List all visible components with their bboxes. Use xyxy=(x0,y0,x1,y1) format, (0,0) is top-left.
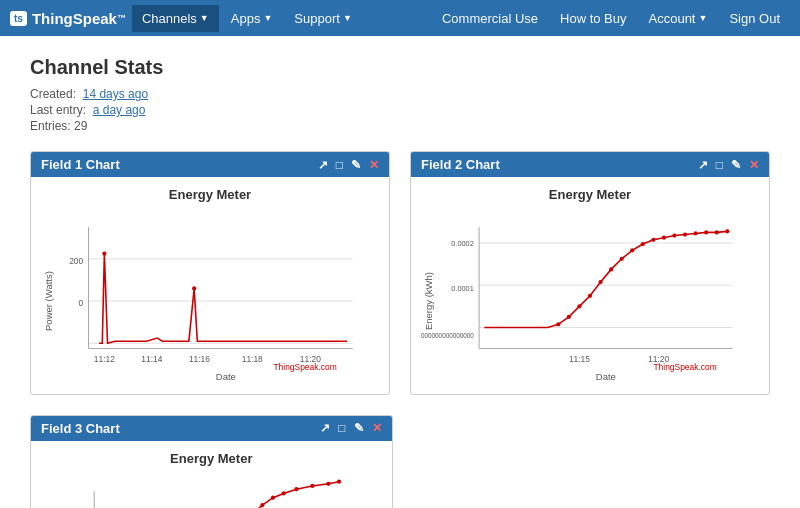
svg-point-85 xyxy=(337,479,341,483)
page-title: Channel Stats xyxy=(30,56,770,79)
brand-tm: ™ xyxy=(117,13,126,23)
field1-header: Field 1 Chart ↗ □ ✎ ✕ xyxy=(31,152,389,177)
brand-icon: ts xyxy=(10,11,27,26)
created-label: Created: xyxy=(30,87,76,101)
svg-point-80 xyxy=(271,495,275,499)
field1-svg: Power (Watts) Date ThingSpeak.com 200 0 … xyxy=(41,206,379,386)
svg-text:0: 0 xyxy=(79,298,84,308)
svg-point-33 xyxy=(588,294,592,298)
last-entry-label: Last entry: xyxy=(30,103,86,117)
charts-bottom-row: Field 3 Chart ↗ □ ✎ ✕ Energy Meter Bill … xyxy=(30,415,393,508)
main-content: Channel Stats Created: 14 days ago Last … xyxy=(0,36,800,508)
field1-comment-icon[interactable]: □ xyxy=(336,158,343,172)
nav-brand: ts ThingSpeak™ xyxy=(10,10,126,27)
field3-expand-icon[interactable]: ↗ xyxy=(320,421,330,435)
field1-expand-icon[interactable]: ↗ xyxy=(318,158,328,172)
field1-edit-icon[interactable]: ✎ xyxy=(351,158,361,172)
created-value[interactable]: 14 days ago xyxy=(83,87,148,101)
field3-title: Energy Meter xyxy=(41,451,382,466)
entries-line: Entries: 29 xyxy=(30,119,770,133)
field3-close-icon[interactable]: ✕ xyxy=(372,421,382,435)
svg-point-43 xyxy=(694,231,698,235)
field1-area: Power (Watts) Date ThingSpeak.com 200 0 … xyxy=(41,206,379,389)
svg-point-44 xyxy=(704,230,708,234)
svg-point-41 xyxy=(672,233,676,237)
svg-text:Power (Watts): Power (Watts) xyxy=(43,271,54,331)
svg-point-46 xyxy=(725,229,729,233)
svg-point-35 xyxy=(609,267,613,271)
svg-text:11:12: 11:12 xyxy=(94,354,115,364)
nav-apps[interactable]: Apps ▼ xyxy=(221,5,283,32)
field3-header: Field 3 Chart ↗ □ ✎ ✕ xyxy=(31,416,392,441)
charts-top-row: Field 1 Chart ↗ □ ✎ ✕ Energy Meter Power… xyxy=(30,151,770,395)
field2-card: Field 2 Chart ↗ □ ✎ ✕ Energy Meter Energ… xyxy=(410,151,770,395)
svg-text:0.0002: 0.0002 xyxy=(451,239,474,248)
svg-point-79 xyxy=(260,503,264,507)
field3-card: Field 3 Chart ↗ □ ✎ ✕ Energy Meter Bill … xyxy=(30,415,393,508)
field3-edit-icon[interactable]: ✎ xyxy=(354,421,364,435)
svg-text:11:15: 11:15 xyxy=(569,354,590,364)
field2-edit-icon[interactable]: ✎ xyxy=(731,158,741,172)
field1-close-icon[interactable]: ✕ xyxy=(369,158,379,172)
entries-value: Entries: 29 xyxy=(30,119,87,133)
nav-support[interactable]: Support ▼ xyxy=(284,5,361,32)
field3-svg: Bill (Rupees) Date ThingSpeak.com 0.01 0… xyxy=(41,470,382,508)
svg-text:0.0001: 0.0001 xyxy=(451,284,474,293)
svg-point-36 xyxy=(620,257,624,261)
svg-text:Date: Date xyxy=(216,371,236,382)
svg-point-15 xyxy=(102,251,106,255)
nav-right: Commercial Use How to Buy Account ▼ Sign… xyxy=(432,5,790,32)
svg-point-42 xyxy=(683,232,687,236)
last-entry-line: Last entry: a day ago xyxy=(30,103,770,117)
svg-point-40 xyxy=(662,236,666,240)
svg-point-32 xyxy=(577,304,581,308)
field3-header-label: Field 3 Chart xyxy=(41,421,120,436)
last-entry-value[interactable]: a day ago xyxy=(93,103,146,117)
field1-body: Energy Meter Power (Watts) Date ThingSpe… xyxy=(31,177,389,394)
svg-text:Date: Date xyxy=(596,371,616,382)
field1-icons: ↗ □ ✎ ✕ xyxy=(318,158,379,172)
svg-text:11:18: 11:18 xyxy=(242,354,263,364)
svg-point-37 xyxy=(630,248,634,252)
svg-text:11:20: 11:20 xyxy=(300,354,321,364)
field2-close-icon[interactable]: ✕ xyxy=(749,158,759,172)
svg-text:-0.000000000000000000: -0.000000000000000000 xyxy=(421,332,474,339)
svg-point-31 xyxy=(567,315,571,319)
nav-signout[interactable]: Sign Out xyxy=(719,5,790,32)
nav-commercial[interactable]: Commercial Use xyxy=(432,5,548,32)
field1-title: Energy Meter xyxy=(41,187,379,202)
svg-point-82 xyxy=(294,487,298,491)
field3-area: Bill (Rupees) Date ThingSpeak.com 0.01 0… xyxy=(41,470,382,508)
field2-body: Energy Meter Energy (kWh) Date ThingSpea… xyxy=(411,177,769,394)
field3-body: Energy Meter Bill (Rupees) Date ThingSpe… xyxy=(31,441,392,508)
field3-comment-icon[interactable]: □ xyxy=(338,421,345,435)
nav-account[interactable]: Account ▼ xyxy=(639,5,718,32)
field2-icons: ↗ □ ✎ ✕ xyxy=(698,158,759,172)
created-line: Created: 14 days ago xyxy=(30,87,770,101)
svg-point-83 xyxy=(310,483,314,487)
svg-point-34 xyxy=(598,280,602,284)
svg-point-30 xyxy=(556,322,560,326)
field2-svg: Energy (kWh) Date ThingSpeak.com 0.0002 … xyxy=(421,206,759,386)
nav-channels[interactable]: Channels ▼ xyxy=(132,5,219,32)
brand-name: ThingSpeak xyxy=(32,10,117,27)
svg-point-39 xyxy=(651,238,655,242)
svg-point-38 xyxy=(641,242,645,246)
field2-comment-icon[interactable]: □ xyxy=(716,158,723,172)
field2-title: Energy Meter xyxy=(421,187,759,202)
field2-area: Energy (kWh) Date ThingSpeak.com 0.0002 … xyxy=(421,206,759,389)
field2-expand-icon[interactable]: ↗ xyxy=(698,158,708,172)
field3-icons: ↗ □ ✎ ✕ xyxy=(320,421,381,435)
svg-text:Energy (kWh): Energy (kWh) xyxy=(423,272,434,330)
svg-point-45 xyxy=(715,230,719,234)
svg-text:11:14: 11:14 xyxy=(141,354,162,364)
field2-header-label: Field 2 Chart xyxy=(421,157,500,172)
nav-left: ts ThingSpeak™ Channels ▼ Apps ▼ Support… xyxy=(10,5,432,32)
nav-howtobuy[interactable]: How to Buy xyxy=(550,5,636,32)
svg-point-84 xyxy=(326,481,330,485)
field1-card: Field 1 Chart ↗ □ ✎ ✕ Energy Meter Power… xyxy=(30,151,390,395)
field2-header: Field 2 Chart ↗ □ ✎ ✕ xyxy=(411,152,769,177)
svg-text:11:16: 11:16 xyxy=(189,354,210,364)
svg-point-16 xyxy=(192,286,196,290)
field1-header-label: Field 1 Chart xyxy=(41,157,120,172)
